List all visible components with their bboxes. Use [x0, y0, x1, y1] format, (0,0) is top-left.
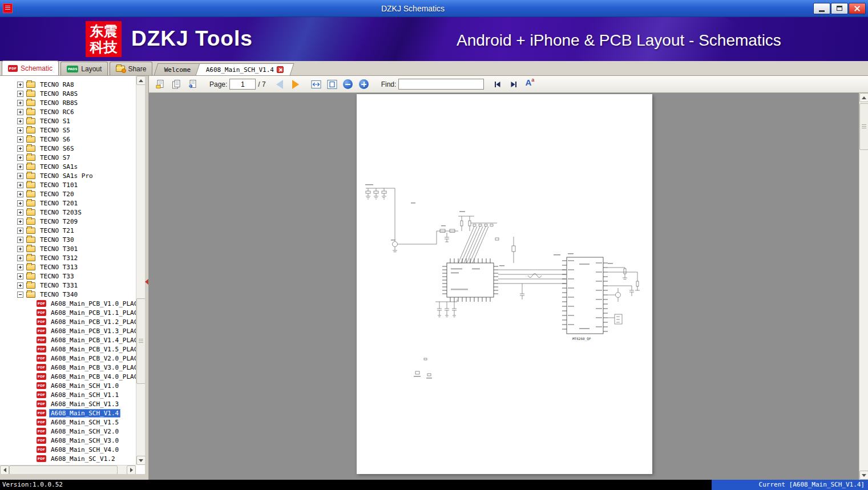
tree-file-item[interactable]: PDF A608_Main_PCB_V1.1_PLACEM — [0, 308, 136, 317]
find-input[interactable] — [398, 79, 484, 90]
expand-icon[interactable] — [17, 118, 23, 124]
expand-icon[interactable] — [17, 255, 23, 261]
tree-folder-item[interactable]: TECNO T30 — [0, 235, 136, 244]
scrollbar-thumb[interactable] — [9, 465, 118, 475]
tree-folder-item[interactable]: TECNO T20 — [0, 189, 136, 199]
scroll-down-button[interactable] — [859, 471, 868, 480]
expand-icon[interactable] — [17, 282, 23, 289]
tree-file-item[interactable]: PDF A608_Main_PCB_V1.0_PLACEM — [0, 299, 136, 308]
tree-file-item[interactable]: PDF A608_Main_PCB_V1.2_PLACEM — [0, 317, 136, 326]
expand-icon[interactable] — [17, 164, 23, 170]
expand-icon[interactable] — [17, 155, 23, 161]
tree-file-item[interactable]: PDF A608_Main_SCH_V1.4 — [0, 408, 136, 418]
tree-folder-item[interactable]: TECNO T313 — [0, 262, 136, 272]
expand-icon[interactable] — [17, 100, 23, 106]
scroll-up-button[interactable] — [859, 93, 868, 102]
expand-icon[interactable] — [17, 191, 23, 197]
page-thumbnail-button[interactable] — [154, 78, 167, 91]
tree-folder-item[interactable]: TECNO SA1s Pro — [0, 171, 136, 180]
expand-icon[interactable] — [17, 173, 23, 179]
tree-file-item[interactable]: PDF A608_Main_SCH_V1.1 — [0, 390, 136, 399]
tree-folder-item[interactable]: TECNO RB8S — [0, 98, 136, 107]
fit-width-button[interactable] — [309, 78, 323, 91]
doc-tab-a608-main-sch[interactable]: A608_Main_SCH_V1.4 — [195, 63, 294, 75]
copy-pages-button[interactable] — [169, 78, 183, 91]
expand-icon[interactable] — [17, 228, 23, 234]
minimize-button[interactable] — [813, 3, 830, 14]
tree-folder-item[interactable]: TECNO T331 — [0, 281, 136, 290]
tree-folder-item[interactable]: TECNO T209 — [0, 217, 136, 226]
tree-file-item[interactable]: PDF A608_Main_PCB_V3.0_PLACEM — [0, 363, 136, 372]
expand-icon[interactable] — [17, 91, 23, 97]
tree-file-item[interactable]: PDF A608_Main_SCH_V1.5 — [0, 418, 136, 427]
page-number-input[interactable] — [229, 79, 256, 90]
tree-folder-item[interactable]: TECNO T101 — [0, 180, 136, 189]
tree-folder-item[interactable]: TECNO S7 — [0, 153, 136, 162]
tree-file-item[interactable]: PDF A608_Main_PCB_V4.0_PLACEM — [0, 372, 136, 381]
tree-folder-item[interactable]: TECNO S1 — [0, 116, 136, 125]
expand-icon[interactable] — [17, 82, 23, 88]
tree-file-item[interactable]: PDF A608_Main_SCH_V4.0 — [0, 445, 136, 454]
expand-icon[interactable] — [17, 218, 23, 225]
scroll-up-button[interactable] — [136, 76, 146, 85]
tree-file-item[interactable]: PDF A608_Main_PCB_V1.3_PLACEM — [0, 326, 136, 335]
tree-folder-item[interactable]: TECNO S6 — [0, 135, 136, 144]
tree-file-item[interactable]: PDF A608_Main_SCH_V3.0 — [0, 436, 136, 445]
find-next-button[interactable] — [507, 78, 520, 91]
zoom-out-button[interactable] — [341, 78, 355, 91]
expand-icon[interactable] — [17, 209, 23, 216]
scroll-down-button[interactable] — [136, 456, 146, 465]
expand-icon[interactable] — [17, 109, 23, 115]
tree-folder-item[interactable]: TECNO T21 — [0, 226, 136, 235]
zoom-in-button[interactable] — [357, 78, 371, 91]
tree-file-item[interactable]: PDF A608_Main_SCH_V2.0 — [0, 427, 136, 436]
doc-tab-welcome[interactable]: Welcome — [154, 63, 201, 75]
tree-file-item[interactable]: PDF A608_Main_SC_V1.2 — [0, 454, 136, 463]
tree-folder-item[interactable]: TECNO S6S — [0, 144, 136, 153]
scroll-left-button[interactable] — [0, 465, 9, 475]
scroll-right-button[interactable] — [127, 465, 136, 475]
expand-icon[interactable] — [17, 136, 23, 143]
close-button[interactable] — [849, 3, 866, 14]
maximize-button[interactable] — [831, 3, 848, 14]
tab-layout[interactable]: PADS Layout — [60, 62, 108, 75]
fit-page-button[interactable] — [325, 78, 339, 91]
tree-horizontal-scrollbar[interactable] — [0, 465, 136, 474]
tree-folder-item[interactable]: TECNO T33 — [0, 272, 136, 281]
expand-icon[interactable] — [17, 273, 23, 280]
expand-icon[interactable] — [17, 200, 23, 206]
tree-folder-item[interactable]: TECNO SA1s — [0, 162, 136, 171]
expand-icon[interactable] — [17, 127, 23, 133]
tree-file-item[interactable]: PDF A608_Main_SCH_V1.3 — [0, 399, 136, 408]
expand-icon[interactable] — [17, 145, 23, 152]
pdf-viewer[interactable]: MT6260_QF — [149, 93, 859, 480]
expand-icon[interactable] — [17, 246, 23, 252]
tree-file-item[interactable]: PDF A608_Main_SCH_V1.0 — [0, 381, 136, 390]
find-previous-button[interactable] — [491, 78, 504, 91]
collapse-sidebar-icon[interactable] — [145, 279, 148, 285]
tree-vertical-scrollbar[interactable] — [136, 76, 145, 465]
tree-folder-item[interactable]: TECNO RC6 — [0, 107, 136, 116]
match-case-button[interactable]: A a — [523, 78, 536, 91]
expand-icon[interactable] — [17, 182, 23, 188]
tree-folder-item[interactable]: TECNO T340 — [0, 290, 136, 299]
tab-share[interactable]: Share — [110, 62, 152, 75]
close-tab-icon[interactable] — [277, 66, 284, 73]
previous-page-button[interactable] — [273, 78, 286, 91]
tree-file-item[interactable]: PDF A608_Main_PCB_V2.0_PLACEM — [0, 354, 136, 363]
expand-icon[interactable] — [17, 237, 23, 243]
tree-folder-item[interactable]: TECNO RA8S — [0, 89, 136, 98]
scrollbar-thumb[interactable] — [859, 103, 868, 150]
tree-file-item[interactable]: PDF A608_Main_PCB_V1.4_PLACEM — [0, 335, 136, 345]
tree-folder-item[interactable]: TECNO S5 — [0, 125, 136, 135]
scrollbar-thumb[interactable] — [136, 298, 146, 384]
viewer-vertical-scrollbar[interactable] — [859, 93, 868, 480]
tree-folder-item[interactable]: TECNO T312 — [0, 253, 136, 262]
export-page-button[interactable] — [185, 78, 199, 91]
expand-icon[interactable] — [17, 264, 23, 270]
tree-folder-item[interactable]: TECNO T201 — [0, 199, 136, 208]
tab-schematic[interactable]: PDF Schematic — [2, 60, 59, 75]
expand-icon[interactable] — [17, 291, 23, 298]
tree-file-item[interactable]: PDF A608_Main_PCB_V1.5_PLACEM — [0, 345, 136, 354]
tree-folder-item[interactable]: TECNO T203S — [0, 208, 136, 217]
